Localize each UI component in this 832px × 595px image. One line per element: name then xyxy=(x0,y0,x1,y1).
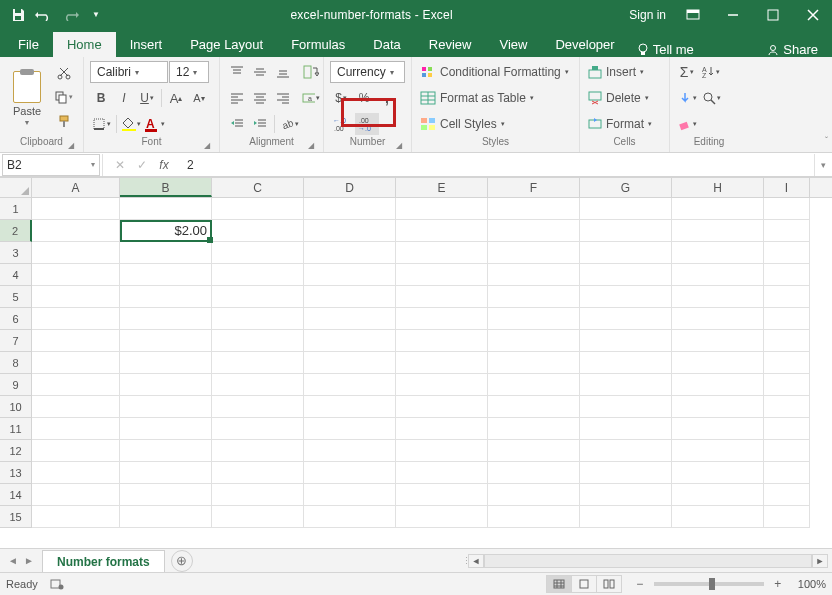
tab-review[interactable]: Review xyxy=(415,32,486,57)
percent-style-button[interactable]: % xyxy=(353,87,375,109)
dialog-launcher-icon[interactable]: ◢ xyxy=(66,141,76,151)
cell[interactable] xyxy=(32,264,120,286)
cell[interactable] xyxy=(212,506,304,528)
cell[interactable] xyxy=(764,242,810,264)
cell[interactable] xyxy=(488,374,580,396)
cell[interactable] xyxy=(672,484,764,506)
tab-data[interactable]: Data xyxy=(359,32,414,57)
cell[interactable] xyxy=(120,440,212,462)
cell[interactable] xyxy=(396,198,488,220)
cell[interactable] xyxy=(488,220,580,242)
cell[interactable] xyxy=(764,264,810,286)
cell[interactable] xyxy=(396,242,488,264)
row-header[interactable]: 14 xyxy=(0,484,32,506)
copy-button[interactable]: ▾ xyxy=(52,86,75,108)
cell[interactable] xyxy=(212,308,304,330)
cell[interactable] xyxy=(580,440,672,462)
grid-body[interactable]: 12$2.003456789101112131415 xyxy=(0,198,832,548)
accounting-format-button[interactable]: $▾ xyxy=(330,87,352,109)
cell[interactable] xyxy=(304,264,396,286)
cell[interactable] xyxy=(580,484,672,506)
cell[interactable] xyxy=(764,308,810,330)
cell[interactable] xyxy=(580,418,672,440)
cell[interactable] xyxy=(580,330,672,352)
format-cells-button[interactable]: Format▾ xyxy=(586,113,654,135)
cell[interactable] xyxy=(304,352,396,374)
cell[interactable] xyxy=(212,440,304,462)
cell[interactable] xyxy=(396,264,488,286)
cell[interactable] xyxy=(488,418,580,440)
cell[interactable] xyxy=(304,330,396,352)
cell[interactable] xyxy=(672,374,764,396)
cell[interactable] xyxy=(212,484,304,506)
cell[interactable] xyxy=(764,396,810,418)
column-header[interactable]: I xyxy=(764,178,810,197)
bold-button[interactable]: B xyxy=(90,87,112,109)
cell[interactable] xyxy=(212,462,304,484)
row-header[interactable]: 1 xyxy=(0,198,32,220)
qat-customize-icon[interactable]: ▼ xyxy=(84,3,108,27)
cell[interactable] xyxy=(396,374,488,396)
cell[interactable] xyxy=(32,418,120,440)
cell[interactable] xyxy=(580,220,672,242)
cell[interactable] xyxy=(488,462,580,484)
column-header[interactable]: D xyxy=(304,178,396,197)
column-header[interactable]: G xyxy=(580,178,672,197)
format-as-table-button[interactable]: Format as Table▾ xyxy=(418,87,536,109)
cell[interactable] xyxy=(304,374,396,396)
collapse-ribbon-icon[interactable]: ˇ xyxy=(825,135,828,145)
italic-button[interactable]: I xyxy=(113,87,135,109)
cell[interactable] xyxy=(120,506,212,528)
cell[interactable] xyxy=(488,198,580,220)
cell[interactable] xyxy=(396,308,488,330)
cell[interactable] xyxy=(764,506,810,528)
select-all-corner[interactable] xyxy=(0,178,32,197)
cell[interactable] xyxy=(580,242,672,264)
cell[interactable] xyxy=(212,330,304,352)
minimize-button[interactable] xyxy=(714,1,752,29)
cell[interactable] xyxy=(764,286,810,308)
fill-color-button[interactable]: ▾ xyxy=(120,113,143,135)
cell[interactable] xyxy=(580,396,672,418)
cell[interactable] xyxy=(580,462,672,484)
cell[interactable] xyxy=(120,418,212,440)
cell[interactable] xyxy=(120,264,212,286)
cell[interactable] xyxy=(488,242,580,264)
cell[interactable] xyxy=(580,352,672,374)
cell[interactable] xyxy=(304,418,396,440)
cell[interactable] xyxy=(580,264,672,286)
macro-record-icon[interactable] xyxy=(50,578,64,590)
cell[interactable] xyxy=(672,330,764,352)
cell[interactable] xyxy=(32,506,120,528)
cell[interactable] xyxy=(32,198,120,220)
tab-file[interactable]: File xyxy=(4,32,53,57)
horizontal-scrollbar[interactable]: ◄ ► xyxy=(468,553,828,569)
cell[interactable] xyxy=(120,484,212,506)
scroll-right-icon[interactable]: ► xyxy=(812,554,828,568)
cell[interactable] xyxy=(580,506,672,528)
cell[interactable] xyxy=(396,418,488,440)
tab-developer[interactable]: Developer xyxy=(541,32,628,57)
row-header[interactable]: 11 xyxy=(0,418,32,440)
cell[interactable] xyxy=(396,462,488,484)
clear-button[interactable]: ▾ xyxy=(676,113,699,135)
insert-cells-button[interactable]: Insert▾ xyxy=(586,61,646,83)
delete-cells-button[interactable]: Delete▾ xyxy=(586,87,651,109)
number-format-combo[interactable]: Currency▾ xyxy=(330,61,405,83)
autosum-button[interactable]: Σ▾ xyxy=(676,61,698,83)
cell[interactable] xyxy=(120,286,212,308)
row-header[interactable]: 12 xyxy=(0,440,32,462)
cell[interactable] xyxy=(764,352,810,374)
cancel-icon[interactable]: ✕ xyxy=(111,158,129,172)
cell[interactable] xyxy=(212,374,304,396)
row-header[interactable]: 10 xyxy=(0,396,32,418)
cell[interactable] xyxy=(764,440,810,462)
cell[interactable] xyxy=(120,352,212,374)
cell[interactable] xyxy=(672,352,764,374)
save-icon[interactable] xyxy=(6,3,30,27)
cell[interactable] xyxy=(672,242,764,264)
conditional-formatting-button[interactable]: Conditional Formatting▾ xyxy=(418,61,571,83)
formula-input[interactable]: 2 xyxy=(181,158,814,172)
zoom-out-button[interactable]: − xyxy=(632,577,648,591)
cell[interactable] xyxy=(764,418,810,440)
